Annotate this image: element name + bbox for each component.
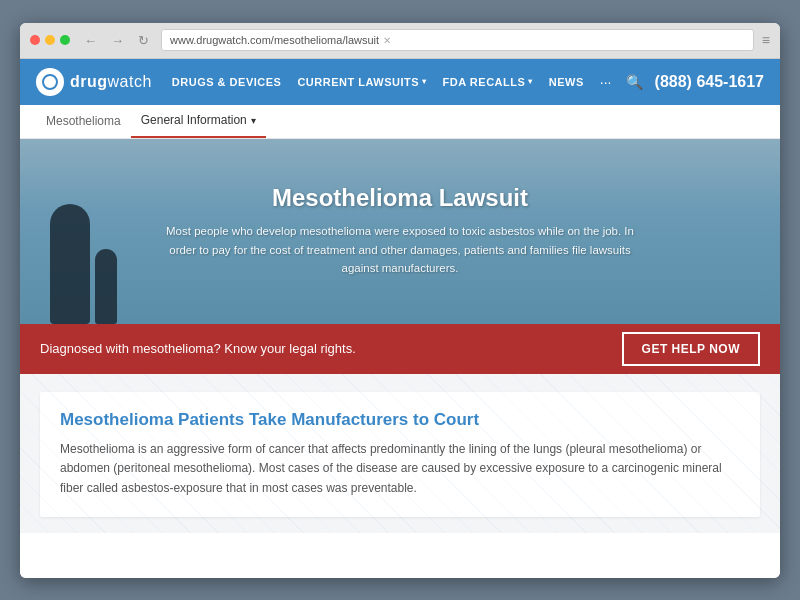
- child-silhouette: [95, 249, 117, 324]
- website-content: drugwatch DRUGS & DEVICES CURRENT LAWSUI…: [20, 59, 780, 578]
- content-text: Mesothelioma is an aggressive form of ca…: [60, 440, 740, 499]
- minimize-button[interactable]: [45, 35, 55, 45]
- maximize-button[interactable]: [60, 35, 70, 45]
- hero-section: Mesothelioma Lawsuit Most people who dev…: [20, 139, 780, 324]
- logo-text: drugwatch: [70, 73, 152, 91]
- cta-bar: Diagnosed with mesothelioma? Know your l…: [20, 324, 780, 374]
- hero-silhouettes: [50, 204, 117, 324]
- logo-eye-icon: [42, 74, 58, 90]
- tab-close-icon[interactable]: ✕: [383, 35, 391, 46]
- logo[interactable]: drugwatch: [36, 68, 152, 96]
- chevron-down-icon: ▾: [251, 115, 256, 126]
- refresh-button[interactable]: ↻: [134, 31, 153, 50]
- chevron-down-icon: ▾: [422, 77, 427, 86]
- nav-item-news[interactable]: NEWS: [549, 76, 584, 88]
- hero-description: Most people who develop mesothelioma wer…: [160, 222, 640, 277]
- forward-button[interactable]: →: [107, 31, 128, 50]
- content-title: Mesothelioma Patients Take Manufacturers…: [60, 410, 740, 430]
- search-icon[interactable]: 🔍: [626, 74, 643, 90]
- nav-items: DRUGS & DEVICES CURRENT LAWSUITS ▾ FDA R…: [172, 74, 626, 90]
- traffic-lights: [30, 35, 70, 45]
- navigation-bar: drugwatch DRUGS & DEVICES CURRENT LAWSUI…: [20, 59, 780, 105]
- adult-silhouette: [50, 204, 90, 324]
- get-help-button[interactable]: GET HELP NOW: [622, 332, 760, 366]
- breadcrumb: Mesothelioma General Information ▾: [20, 105, 780, 139]
- nav-item-lawsuits[interactable]: CURRENT LAWSUITS ▾: [297, 76, 426, 88]
- browser-chrome: ← → ↻ www.drugwatch.com/mesothelioma/law…: [20, 23, 780, 59]
- browser-window: ← → ↻ www.drugwatch.com/mesothelioma/law…: [20, 23, 780, 578]
- close-button[interactable]: [30, 35, 40, 45]
- nav-item-recalls[interactable]: FDA RECALLS ▾: [443, 76, 533, 88]
- more-nav-icon[interactable]: ···: [600, 74, 612, 90]
- logo-icon: [36, 68, 64, 96]
- url-text: www.drugwatch.com/mesothelioma/lawsuit: [170, 34, 379, 46]
- hamburger-icon[interactable]: ≡: [762, 32, 770, 48]
- hero-content: Mesothelioma Lawsuit Most people who dev…: [140, 184, 660, 277]
- cta-text: Diagnosed with mesothelioma? Know your l…: [40, 341, 622, 356]
- content-card: Mesothelioma Patients Take Manufacturers…: [40, 392, 760, 517]
- browser-navigation: ← → ↻: [80, 31, 153, 50]
- breadcrumb-general-info[interactable]: General Information ▾: [131, 104, 266, 138]
- back-button[interactable]: ←: [80, 31, 101, 50]
- breadcrumb-mesothelioma[interactable]: Mesothelioma: [36, 104, 131, 138]
- nav-item-drugs[interactable]: DRUGS & DEVICES: [172, 76, 282, 88]
- chevron-down-icon: ▾: [528, 77, 533, 86]
- address-bar[interactable]: www.drugwatch.com/mesothelioma/lawsuit ✕: [161, 29, 754, 51]
- phone-number: (888) 645-1617: [655, 73, 764, 91]
- hero-title: Mesothelioma Lawsuit: [160, 184, 640, 212]
- content-area: Mesothelioma Patients Take Manufacturers…: [20, 374, 780, 533]
